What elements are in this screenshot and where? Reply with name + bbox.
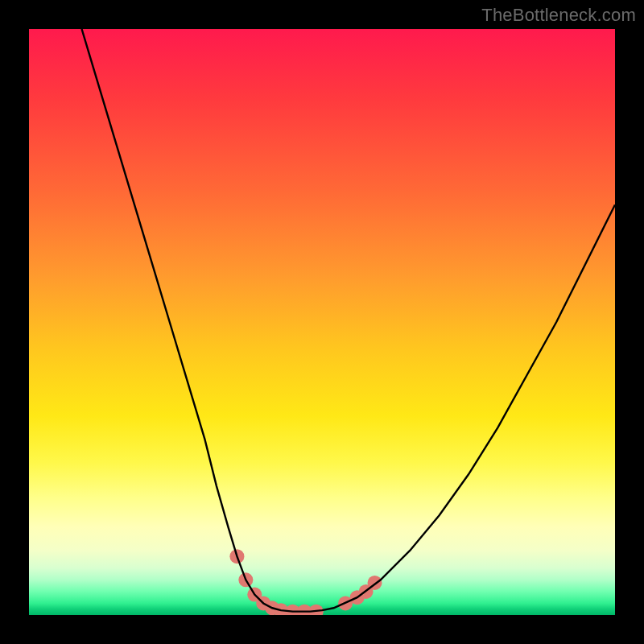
watermark-text: TheBottleneck.com bbox=[481, 5, 636, 26]
chart-frame: TheBottleneck.com bbox=[0, 0, 644, 644]
plot-area bbox=[29, 29, 615, 615]
bottleneck-curve bbox=[82, 29, 615, 612]
plot-svg bbox=[29, 29, 615, 615]
markers-layer bbox=[229, 549, 382, 615]
